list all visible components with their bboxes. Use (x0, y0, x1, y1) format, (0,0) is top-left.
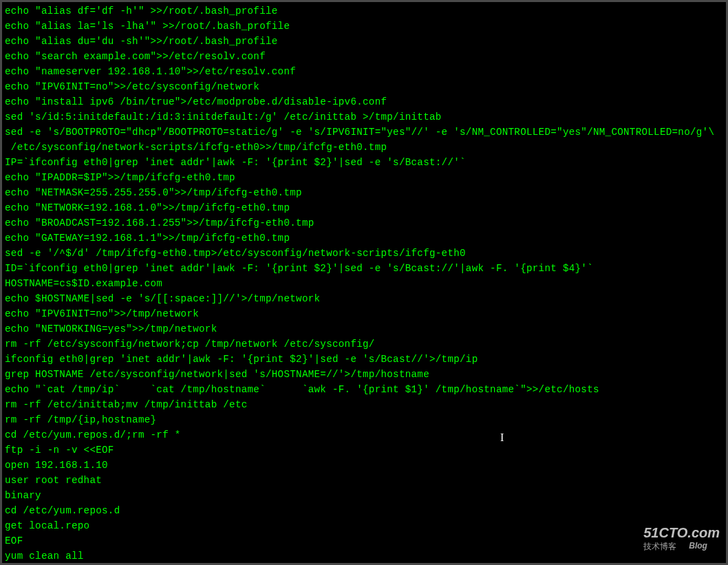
terminal-line: sed -e '/^$/d' /tmp/ifcfg-eth0.tmp>/etc/… (5, 246, 723, 261)
terminal-line: ID=`ifconfig eth0|grep 'inet addr'|awk -… (5, 261, 723, 276)
watermark-subtitle: 技术博客 Blog (643, 541, 720, 553)
terminal-line: echo "NETMASK=255.255.255.0">>/tmp/ifcfg… (5, 185, 723, 200)
terminal-line: echo "alias la='ls -lha'" >>/root/.bash_… (5, 19, 723, 34)
terminal-line: ifconfig eth0|grep 'inet addr'|awk -F: '… (5, 352, 723, 367)
terminal-line: cd /etc/yum.repos.d/;rm -rf * (5, 427, 723, 443)
terminal-line: user root redhat (5, 473, 723, 488)
terminal-line: echo "install ipv6 /bin/true">/etc/modpr… (5, 94, 723, 109)
watermark-label-en: Blog (689, 541, 707, 553)
terminal-line: echo "alias df='df -h'" >>/root/.bash_pr… (5, 3, 723, 19)
text-cursor-icon: I (500, 431, 504, 444)
terminal-line: echo "alias du='du -sh'">>/root/.bash_pr… (5, 34, 723, 49)
terminal-line: sed 's/id:5:initdefault:/id:3:initdefaul… (5, 109, 723, 125)
terminal-line: sed -e 's/BOOTPROTO="dhcp"/BOOTPROTO=sta… (5, 125, 723, 140)
terminal-line: grep HOSTNAME /etc/sysconfig/network|sed… (5, 367, 723, 382)
terminal-line: open 192.168.1.10 (5, 458, 723, 473)
terminal-line: IP=`ifconfig eth0|grep 'inet addr'|awk -… (5, 155, 723, 170)
terminal-window[interactable]: echo "alias df='df -h'" >>/root/.bash_pr… (2, 2, 726, 563)
terminal-line: echo "NETWORKING=yes">>/tmp/network (5, 321, 723, 337)
watermark-label-cn: 技术博客 (643, 541, 676, 553)
terminal-line: binary (5, 488, 723, 503)
terminal-line: rm -rf /tmp/{ip,hostname} (5, 412, 723, 427)
terminal-line: rm -rf /etc/inittab;mv /tmp/inittab /etc (5, 397, 723, 412)
terminal-line: echo "GATEWAY=192.168.1.1">>/tmp/ifcfg-e… (5, 231, 723, 246)
terminal-line: ftp -i -n -v <<EOF (5, 443, 723, 458)
terminal-line: get local.repo (5, 518, 723, 533)
terminal-line: rm -rf /etc/sysconfig/network;cp /tmp/ne… (5, 337, 723, 352)
terminal-line: echo "IPV6INIT=no">>/tmp/network (5, 306, 723, 321)
terminal-line: cd /etc/yum.repos.d (5, 503, 723, 518)
watermark: 51CTO.com 技术博客 Blog (643, 525, 720, 553)
terminal-line: echo "IPV6INIT=no">>/etc/sysconfig/netwo… (5, 79, 723, 94)
terminal-line: EOF (5, 533, 723, 548)
terminal-line: HOSTNAME=cs$ID.example.com (5, 276, 723, 291)
terminal-line: echo "NETWORK=192.168.1.0">>/tmp/ifcfg-e… (5, 200, 723, 215)
terminal-line: /etc/sysconfig/network-scripts/ifcfg-eth… (5, 140, 723, 155)
terminal-line: yum clean all (5, 548, 723, 563)
terminal-line: echo "nameserver 192.168.1.10">>/etc/res… (5, 64, 723, 79)
terminal-line: echo "`cat /tmp/ip` `cat /tmp/hostname` … (5, 382, 723, 397)
watermark-domain: 51CTO.com (643, 525, 720, 541)
terminal-line: echo "BROADCAST=192.168.1.255">>/tmp/ifc… (5, 215, 723, 231)
terminal-content: echo "alias df='df -h'" >>/root/.bash_pr… (5, 3, 723, 563)
terminal-line: echo "search example.com">>/etc/resolv.c… (5, 49, 723, 64)
terminal-line: echo $HOSTNAME|sed -e 's/[[:space:]]//'>… (5, 291, 723, 306)
terminal-line: echo "IPADDR=$IP">>/tmp/ifcfg-eth0.tmp (5, 170, 723, 185)
